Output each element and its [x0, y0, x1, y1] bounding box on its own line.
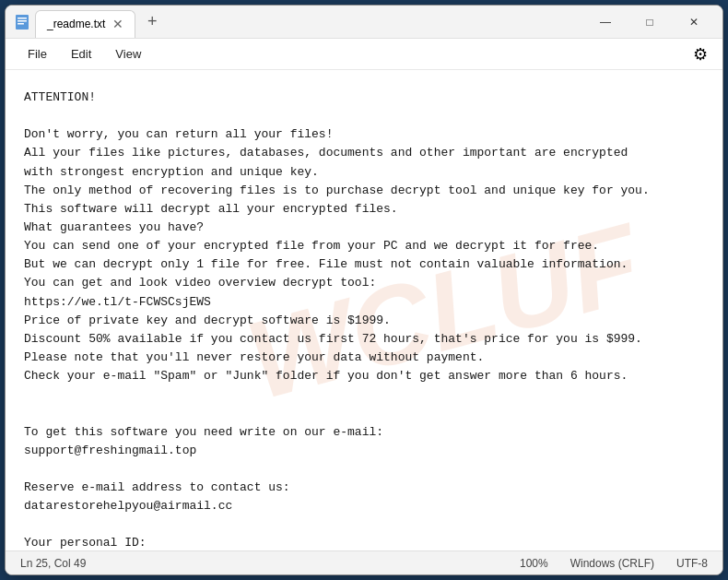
app-icon [13, 13, 31, 31]
tab-close-button[interactable]: ✕ [112, 18, 123, 30]
settings-icon[interactable]: ⚙ [689, 41, 711, 68]
status-left: Ln 25, Col 49 [20, 557, 86, 570]
tab-label: _readme.txt [47, 18, 105, 30]
text-body[interactable]: ATTENTION! Don't worry, you can return a… [24, 89, 704, 550]
title-bar-left: _readme.txt ✕ + [13, 6, 584, 38]
svg-rect-3 [18, 23, 24, 25]
title-bar: _readme.txt ✕ + — □ ✕ [6, 6, 722, 39]
window-controls: — □ ✕ [584, 8, 715, 36]
new-tab-button[interactable]: + [139, 9, 165, 35]
menu-view[interactable]: View [104, 43, 152, 65]
status-right: 100% Windows (CRLF) UTF-8 [520, 557, 708, 570]
svg-rect-0 [16, 15, 29, 30]
minimize-button[interactable]: — [584, 8, 627, 36]
encoding: UTF-8 [676, 557, 708, 570]
menu-edit[interactable]: Edit [60, 43, 102, 65]
editor-content[interactable]: WCLUF ATTENTION! Don't worry, you can re… [6, 70, 722, 550]
maximize-button[interactable]: □ [628, 8, 671, 36]
close-button[interactable]: ✕ [673, 8, 715, 36]
zoom-level: 100% [520, 557, 548, 570]
menu-file[interactable]: File [17, 43, 58, 65]
status-bar: Ln 25, Col 49 100% Windows (CRLF) UTF-8 [6, 550, 722, 574]
menu-items: File Edit View [17, 43, 152, 65]
svg-rect-1 [18, 18, 27, 19]
line-ending: Windows (CRLF) [570, 557, 654, 570]
svg-rect-2 [18, 20, 27, 22]
menu-bar: File Edit View ⚙ [6, 39, 722, 70]
cursor-position: Ln 25, Col 49 [20, 557, 86, 570]
active-tab[interactable]: _readme.txt ✕ [35, 10, 135, 38]
notepad-window: _readme.txt ✕ + — □ ✕ File Edit View ⚙ W… [5, 5, 723, 575]
